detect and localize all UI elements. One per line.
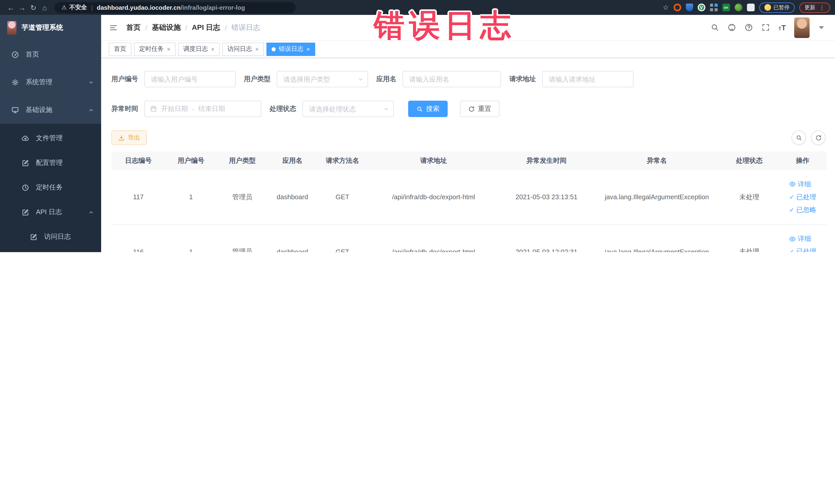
user-type-select-input[interactable] bbox=[277, 71, 368, 87]
app-logo[interactable]: 芋道管理系统 bbox=[0, 15, 101, 41]
extension-icon-grid[interactable] bbox=[710, 4, 717, 11]
extension-icon-orange[interactable] bbox=[673, 4, 681, 11]
fullscreen-icon[interactable] bbox=[761, 23, 770, 32]
breadcrumb-infra[interactable]: 基础设施 bbox=[152, 23, 181, 32]
page-header: 首页 / 基础设施 / API 日志 / 错误日志 TT bbox=[101, 15, 835, 41]
request-url-input[interactable] bbox=[542, 71, 633, 87]
edit-icon bbox=[22, 159, 29, 167]
col-actions: 操作 bbox=[779, 152, 827, 170]
sidebar-item-system[interactable]: 系统管理 bbox=[0, 68, 101, 96]
tag-view-bar: 首页 定时任务× 调度日志× 访问日志× 错误日志× bbox=[101, 41, 835, 58]
update-badge[interactable]: 更新⋮ bbox=[799, 2, 830, 13]
cell-user-type: 管理员 bbox=[217, 224, 268, 252]
filter-request-url: 请求地址 bbox=[509, 71, 633, 87]
user-type-select[interactable] bbox=[277, 71, 368, 87]
app-name-input[interactable] bbox=[403, 71, 501, 87]
action-processed-link[interactable]: ✓ 已处理 bbox=[789, 193, 816, 202]
action-detail-link[interactable]: 详细 bbox=[789, 180, 811, 189]
bookmark-star-icon[interactable]: ☆ bbox=[663, 4, 669, 11]
help-icon[interactable] bbox=[745, 23, 753, 32]
date-range-picker[interactable]: 开始日期 - 结束日期 bbox=[144, 101, 261, 117]
page-content: 用户编号 用户类型 应用名 请求 bbox=[101, 58, 835, 252]
extension-icon-leaf[interactable] bbox=[734, 4, 742, 11]
extension-icon-shield[interactable] bbox=[686, 4, 693, 11]
start-date-placeholder: 开始日期 bbox=[161, 104, 188, 114]
github-icon[interactable] bbox=[728, 23, 736, 32]
extensions-puzzle-icon[interactable] bbox=[747, 4, 754, 11]
tab-home[interactable]: 首页 bbox=[109, 42, 131, 56]
avatar-caret-icon[interactable] bbox=[819, 26, 824, 29]
hamburger-icon[interactable] bbox=[109, 23, 118, 32]
filter-app-name: 应用名 bbox=[376, 71, 501, 87]
filter-exception-time: 异常时间 开始日期 - 结束日期 bbox=[111, 101, 261, 117]
cell-request-url: /api/infra/db-doc/export-html bbox=[368, 224, 499, 252]
user-id-input[interactable] bbox=[144, 71, 236, 87]
close-icon[interactable]: × bbox=[211, 45, 215, 53]
sidebar-menu: 首页 系统管理 基础设施 文件管理 bbox=[0, 41, 101, 252]
tab-error-log[interactable]: 错误日志× bbox=[266, 42, 315, 56]
reset-button[interactable]: 重置 bbox=[460, 101, 500, 117]
cell-method: GET bbox=[317, 224, 368, 252]
close-icon[interactable]: × bbox=[306, 45, 310, 53]
sidebar-item-scheduled-tasks[interactable]: 定时任务 bbox=[0, 175, 101, 200]
browser-toolbar-right: ☆ V on 已暂停 更新⋮ bbox=[663, 2, 830, 13]
extension-icon-on[interactable]: on bbox=[722, 4, 730, 11]
action-ignored-link[interactable]: ✓ 已忽略 bbox=[789, 205, 816, 215]
action-processed-link[interactable]: ✓ 已处理 bbox=[789, 247, 816, 252]
clock-icon bbox=[22, 184, 29, 191]
table-toolbar: 导出 bbox=[111, 130, 835, 145]
sidebar-item-api-log[interactable]: API 日志 bbox=[0, 200, 101, 224]
extension-icon-green-v[interactable]: V bbox=[697, 4, 705, 11]
tab-access-log[interactable]: 访问日志× bbox=[222, 42, 264, 56]
tab-schedule-log[interactable]: 调度日志× bbox=[178, 42, 220, 56]
end-date-placeholder: 结束日期 bbox=[199, 104, 225, 114]
emoji-face-icon bbox=[764, 4, 771, 11]
col-user-id: 用户编号 bbox=[165, 152, 217, 170]
cell-exception-time: 2021-05-03 23:13:51 bbox=[499, 170, 594, 224]
sidebar-item-home[interactable]: 首页 bbox=[0, 41, 101, 68]
export-button[interactable]: 导出 bbox=[111, 130, 147, 145]
sidebar-item-config-mgmt[interactable]: 配置管理 bbox=[0, 150, 101, 175]
search-button[interactable]: 搜索 bbox=[408, 101, 448, 117]
refresh-button[interactable] bbox=[811, 130, 826, 145]
filter-process-status: 处理状态 bbox=[269, 101, 394, 117]
sidebar-submenu-infra: 文件管理 配置管理 定时任务 API 日志 bbox=[0, 124, 101, 252]
sidebar-item-file-mgmt[interactable]: 文件管理 bbox=[0, 126, 101, 150]
filter-user-id: 用户编号 bbox=[111, 71, 236, 87]
cell-exception-time: 2021-05-03 12:02:31 bbox=[499, 224, 594, 252]
sidebar-item-access-log[interactable]: 访问日志 bbox=[0, 224, 101, 249]
gear-icon bbox=[11, 78, 19, 86]
text-size-icon[interactable]: TT bbox=[778, 24, 786, 31]
breadcrumb-api-log[interactable]: API 日志 bbox=[192, 23, 220, 32]
process-status-select[interactable] bbox=[302, 101, 394, 117]
sidebar-item-infra[interactable]: 基础设施 bbox=[0, 96, 101, 124]
col-exception-name: 异常名 bbox=[594, 152, 720, 170]
search-icon bbox=[795, 134, 802, 141]
cell-exception-name: java.lang.IllegalArgumentException bbox=[594, 224, 720, 252]
action-detail-link[interactable]: 详细 bbox=[789, 234, 811, 243]
breadcrumb-home[interactable]: 首页 bbox=[126, 23, 141, 32]
search-icon[interactable] bbox=[711, 23, 719, 32]
close-icon[interactable]: × bbox=[167, 45, 170, 53]
browser-reload-button[interactable]: ↻ bbox=[28, 2, 39, 13]
col-log-id: 日志编号 bbox=[111, 152, 165, 170]
browser-home-button[interactable]: ⌂ bbox=[39, 2, 50, 13]
paused-badge[interactable]: 已暂停 bbox=[759, 2, 795, 13]
address-divider: | bbox=[91, 4, 93, 11]
cell-actions: 详细 ✓ 已处理 ✓ 已忽略 bbox=[779, 224, 827, 252]
sidebar-item-error-log[interactable]: 错误日志 bbox=[0, 249, 101, 252]
process-status-select-input[interactable] bbox=[302, 101, 394, 117]
security-warning-icon: ⚠ bbox=[62, 4, 67, 11]
close-icon[interactable]: × bbox=[255, 45, 259, 53]
toggle-search-button[interactable] bbox=[792, 130, 806, 145]
browser-forward-button[interactable]: → bbox=[16, 2, 28, 13]
app-window: 芋道管理系统 首页 系统管理 基础设施 bbox=[0, 15, 835, 252]
user-avatar[interactable] bbox=[794, 17, 810, 38]
browser-menu-icon[interactable]: ⋮ bbox=[819, 4, 825, 11]
tab-scheduled-tasks[interactable]: 定时任务× bbox=[134, 42, 176, 56]
error-log-table: 日志编号 用户编号 用户类型 应用名 请求方法名 请求地址 异常发生时间 异常名… bbox=[111, 152, 827, 252]
address-bar[interactable]: ⚠ 不安全 | dashboard.yudao.iocoder.cn/infra… bbox=[55, 2, 296, 13]
active-tab-dot bbox=[271, 47, 276, 51]
browser-back-button[interactable]: ← bbox=[5, 2, 16, 13]
col-process-status: 处理状态 bbox=[720, 152, 779, 170]
